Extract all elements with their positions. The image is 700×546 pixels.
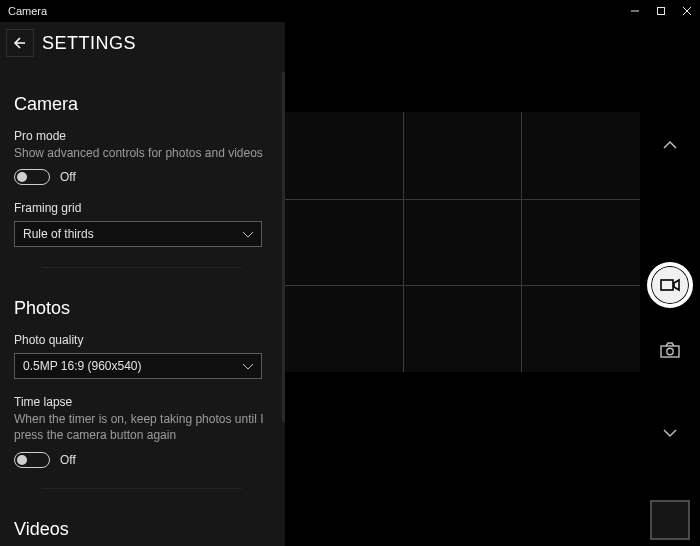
photo-quality-value: 0.5MP 16:9 (960x540) [23, 359, 142, 373]
settings-panel: SETTINGS Camera Pro mode Show advanced c… [0, 22, 285, 546]
arrow-left-icon [12, 35, 28, 51]
grid-line [285, 199, 640, 200]
time-lapse-setting: Time lapse When the timer is on, keep ta… [14, 395, 271, 467]
right-rail [640, 22, 700, 546]
grid-line [285, 285, 640, 286]
video-icon [660, 278, 680, 292]
settings-title: SETTINGS [42, 33, 136, 54]
mode-next-button[interactable] [662, 428, 678, 438]
chevron-down-icon [243, 227, 253, 241]
time-lapse-description: When the timer is on, keep taking photos… [14, 411, 271, 443]
time-lapse-toggle[interactable] [14, 452, 50, 468]
back-button[interactable] [6, 29, 34, 57]
pro-mode-description: Show advanced controls for photos and vi… [14, 145, 271, 161]
titlebar: Camera [0, 0, 700, 22]
photo-mode-button[interactable] [660, 342, 680, 358]
section-heading-camera: Camera [14, 94, 271, 115]
grid-line [403, 112, 404, 372]
app-title: Camera [0, 5, 47, 17]
svg-point-8 [667, 348, 673, 354]
chevron-up-icon [662, 140, 678, 150]
minimize-button[interactable] [622, 0, 648, 22]
svg-rect-1 [658, 8, 665, 15]
section-divider [42, 267, 242, 268]
settings-header: SETTINGS [6, 22, 271, 64]
preview-frame [285, 112, 640, 372]
grid-line [521, 112, 522, 372]
camera-app-window: Camera SETTING [0, 0, 700, 546]
framing-grid-setting: Framing grid Rule of thirds [14, 201, 271, 247]
photo-quality-setting: Photo quality 0.5MP 16:9 (960x540) [14, 333, 271, 379]
mode-prev-button[interactable] [662, 140, 678, 150]
section-divider [42, 488, 242, 489]
framing-grid-label: Framing grid [14, 201, 271, 215]
camera-roll-thumbnail[interactable] [650, 500, 690, 540]
chevron-down-icon [243, 359, 253, 373]
maximize-button[interactable] [648, 0, 674, 22]
svg-rect-5 [661, 280, 673, 290]
framing-grid-select[interactable]: Rule of thirds [14, 221, 262, 247]
content-area: SETTINGS Camera Pro mode Show advanced c… [0, 22, 700, 546]
framing-grid-value: Rule of thirds [23, 227, 94, 241]
pro-mode-setting: Pro mode Show advanced controls for phot… [14, 129, 271, 185]
section-heading-photos: Photos [14, 298, 271, 319]
capture-button[interactable] [647, 262, 693, 308]
photo-quality-label: Photo quality [14, 333, 271, 347]
section-heading-videos: Videos [14, 519, 271, 540]
window-controls [622, 0, 700, 22]
pro-mode-state: Off [60, 170, 76, 184]
camera-preview-area [285, 22, 700, 546]
close-button[interactable] [674, 0, 700, 22]
time-lapse-state: Off [60, 453, 76, 467]
chevron-down-icon [662, 428, 678, 438]
svg-marker-6 [674, 280, 679, 290]
pro-mode-toggle[interactable] [14, 169, 50, 185]
pro-mode-label: Pro mode [14, 129, 271, 143]
time-lapse-label: Time lapse [14, 395, 271, 409]
camera-icon [660, 342, 680, 358]
photo-quality-select[interactable]: 0.5MP 16:9 (960x540) [14, 353, 262, 379]
